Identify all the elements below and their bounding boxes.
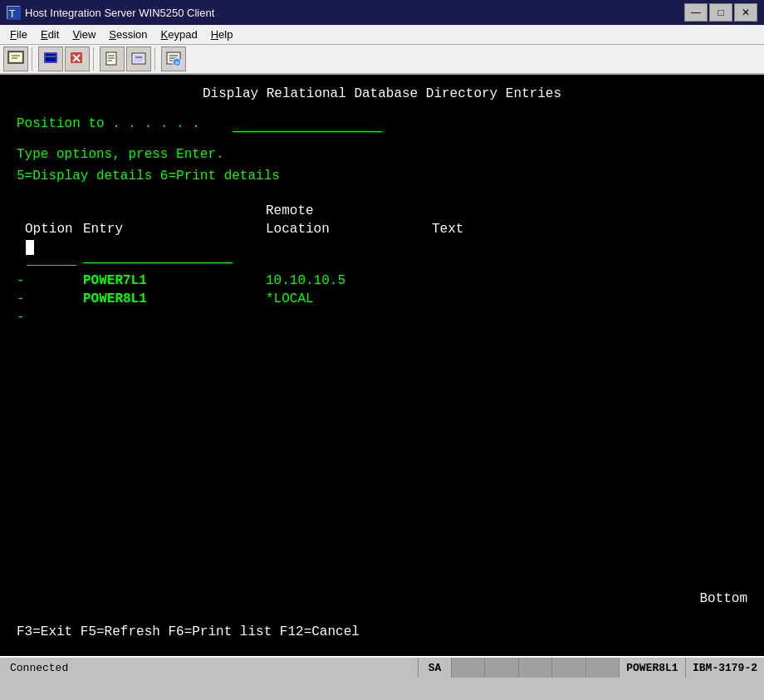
terminal-area: Display Relational Database Directory En… xyxy=(0,75,764,656)
column-headers: Remote xyxy=(17,203,747,218)
function-keys: F3=Exit F5=Refresh F6=Print list F12=Can… xyxy=(17,624,360,639)
status-badge-4 xyxy=(551,658,585,678)
instructions-line2: 5=Display details 6=Print details xyxy=(17,169,747,184)
toolbar-btn-5[interactable] xyxy=(126,47,151,71)
svg-rect-3 xyxy=(10,53,22,61)
svg-text:T: T xyxy=(9,8,16,20)
row3-option: - xyxy=(17,310,25,325)
toolbar-btn-2[interactable] xyxy=(38,47,63,71)
toolbar: P xyxy=(0,45,764,75)
status-badge-2 xyxy=(484,658,517,678)
table-row: - POWER7L1 10.10.10.5 xyxy=(17,273,747,288)
col-header-remote-loc-1: Remote xyxy=(266,203,432,218)
option-cursor-area xyxy=(25,240,83,270)
window-title: Host Integration Server WIN5250 Client xyxy=(25,7,214,19)
input-option-prefix xyxy=(17,247,25,262)
row2-option: - xyxy=(17,291,25,306)
col-header-remote-line1 xyxy=(83,203,266,218)
menu-file[interactable]: File xyxy=(3,27,34,42)
svg-text:P: P xyxy=(175,60,179,67)
toolbar-btn-6[interactable]: P xyxy=(161,47,186,71)
maximize-button[interactable]: □ xyxy=(709,3,732,22)
status-badge-1 xyxy=(451,658,484,678)
sa-badge: SA xyxy=(418,658,451,678)
toolbar-separator-2 xyxy=(93,47,96,71)
toolbar-separator-3 xyxy=(154,47,158,71)
model-badge: IBM-3179-2 xyxy=(685,658,764,678)
minimize-button[interactable]: — xyxy=(684,3,708,22)
toolbar-btn-3[interactable] xyxy=(65,47,90,71)
title-bar-left: T Host Integration Server WIN5250 Client xyxy=(7,6,214,19)
row2-option-field xyxy=(25,291,83,306)
row1-location: 10.10.10.5 xyxy=(266,273,432,288)
bottom-label: Bottom xyxy=(699,591,747,606)
menu-view[interactable]: View xyxy=(66,27,102,42)
status-bar: Connected SA POWER8L1 IBM-3179-2 xyxy=(0,656,764,678)
svg-rect-7 xyxy=(46,54,56,61)
row2-location: *LOCAL xyxy=(266,291,432,306)
input-row[interactable] xyxy=(17,240,747,270)
toolbar-btn-4[interactable] xyxy=(100,47,125,71)
close-button[interactable]: ✕ xyxy=(734,3,757,22)
entry-underline-area xyxy=(83,247,266,263)
svg-rect-17 xyxy=(134,55,144,62)
cursor-block xyxy=(26,240,34,255)
menu-session[interactable]: Session xyxy=(102,27,154,42)
screen-title: Display Relational Database Directory En… xyxy=(203,86,561,101)
column-headers-2: Option Entry Location Text xyxy=(17,222,747,237)
position-to-row: Position to . . . . . . xyxy=(17,116,747,132)
status-badge-5 xyxy=(585,658,619,678)
instructions-text-2: 5=Display details 6=Print details xyxy=(17,169,280,184)
instructions-line1: Type options, press Enter. xyxy=(17,147,747,162)
header-spacer xyxy=(17,203,83,218)
menu-bar: File Edit View Session Keypad Help xyxy=(0,25,764,45)
row1-entry: POWER7L1 xyxy=(83,273,266,288)
hostname-badge: POWER8L1 xyxy=(619,658,685,678)
menu-help[interactable]: Help xyxy=(204,27,240,42)
col-option-text: Option xyxy=(25,222,83,237)
app-icon: T xyxy=(7,6,20,19)
status-badge-3 xyxy=(518,658,551,678)
menu-edit[interactable]: Edit xyxy=(34,27,66,42)
table-row-empty: - xyxy=(17,310,747,325)
toolbar-separator-1 xyxy=(32,47,35,71)
row2-text xyxy=(432,291,440,306)
row1-text xyxy=(432,273,440,288)
table-row: - POWER8L1 *LOCAL xyxy=(17,291,747,306)
row2-entry: POWER8L1 xyxy=(83,291,266,306)
row1-option: - xyxy=(17,273,25,288)
col-remote-loc-text: Location xyxy=(266,222,432,237)
toolbar-btn-1[interactable] xyxy=(3,47,28,71)
col-text-label: Text xyxy=(432,222,463,237)
connection-status: Connected xyxy=(0,662,418,674)
window-controls[interactable]: — □ ✕ xyxy=(684,3,757,22)
position-label: Position to . . . . . . xyxy=(17,116,200,131)
instructions-text-1: Type options, press Enter. xyxy=(17,147,224,162)
menu-keypad[interactable]: Keypad xyxy=(154,27,204,42)
col-option-label xyxy=(17,222,25,237)
row1-option-field xyxy=(25,273,83,288)
position-underline xyxy=(233,116,382,132)
col-entry-text: Entry xyxy=(83,222,266,237)
title-bar: T Host Integration Server WIN5250 Client… xyxy=(0,0,764,25)
